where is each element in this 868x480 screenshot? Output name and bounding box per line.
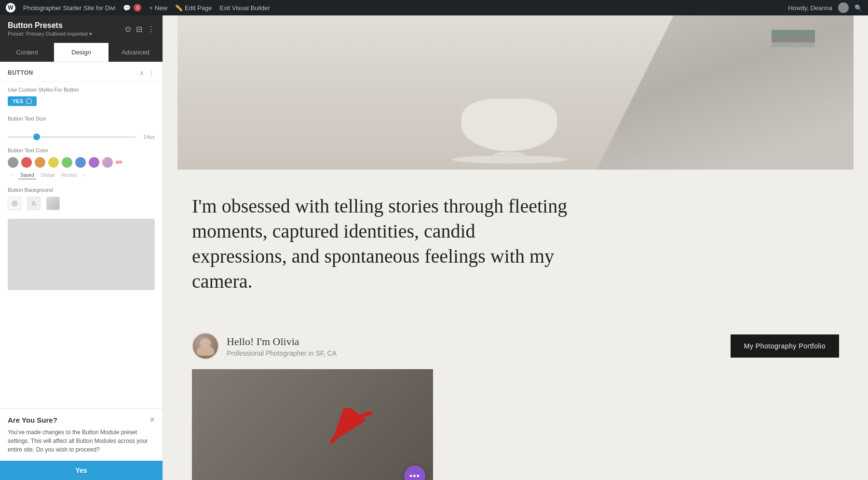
text-size-setting: Button Text Size <box>0 111 163 130</box>
exit-builder-link[interactable]: Exit Visual Builder <box>219 4 270 12</box>
edit-page-link[interactable]: ✏️ Edit Page <box>175 4 212 12</box>
panel-header: Button Presets Preset: Primary Outlined … <box>0 15 163 43</box>
panel-tabs: Content Design Advanced <box>0 43 163 62</box>
author-avatar <box>192 333 219 360</box>
left-panel: Button Presets Preset: Primary Outlined … <box>0 15 163 480</box>
button-preview <box>8 219 155 290</box>
focus-icon[interactable]: ⊙ <box>125 25 131 34</box>
swatch-gray[interactable] <box>8 157 18 168</box>
confirm-close-button[interactable]: × <box>149 415 155 424</box>
tab-design[interactable]: Design <box>54 43 108 62</box>
author-title: Professional Photographer in SF, CA <box>227 349 337 357</box>
swatch-purple[interactable] <box>89 157 99 168</box>
user-avatar <box>838 2 849 13</box>
color-tab-saved[interactable]: ··· <box>8 172 15 179</box>
color-tab-arrow[interactable]: › <box>81 172 87 179</box>
bg-option-color[interactable]: A <box>27 197 41 210</box>
site-title: Photographer Starter Site for Divi <box>23 4 115 12</box>
text-size-value: 14px <box>140 134 155 140</box>
panel-header-icons: ⊙ ⊟ ⋮ <box>125 25 155 34</box>
bottom-section: ••• <box>163 360 868 480</box>
color-tab-saved-label[interactable]: Saved <box>18 172 36 179</box>
custom-styles-label: Use Custom Styles For Button <box>8 87 155 93</box>
toggle-indicator <box>26 98 32 104</box>
main-quote: I'm obsessed with telling stories throug… <box>192 194 568 294</box>
swatch-yellow[interactable] <box>48 157 59 168</box>
custom-styles-toggle[interactable]: YES <box>8 96 37 106</box>
panel-title: Button Presets <box>8 21 92 30</box>
author-info: Hello! I'm Olivia Professional Photograp… <box>192 333 337 360</box>
author-text: Hello! I'm Olivia Professional Photograp… <box>227 335 337 357</box>
wp-logo-icon[interactable] <box>6 3 15 13</box>
text-color-label: Button Text Color <box>8 147 155 153</box>
custom-styles-setting: Use Custom Styles For Button YES <box>0 82 163 111</box>
main-content: I'm obsessed with telling stories throug… <box>163 15 868 480</box>
color-tab-global[interactable]: Global <box>39 172 57 179</box>
text-size-thumb[interactable] <box>33 133 40 140</box>
confirm-dialog: Are You Sure? × You've made changes to t… <box>0 408 163 480</box>
color-swatches: ✏ <box>8 157 155 168</box>
color-pencil-icon[interactable]: ✏ <box>116 157 123 168</box>
confirm-body: You've made changes to the Button Module… <box>0 428 163 461</box>
wp-admin-bar: Photographer Starter Site for Divi 💬 0 +… <box>0 0 868 15</box>
button-section-title: Button <box>8 69 33 76</box>
more-options-icon[interactable]: ⋮ <box>147 25 155 34</box>
hero-image <box>177 15 854 170</box>
swatch-red[interactable] <box>21 157 32 168</box>
swatch-orange[interactable] <box>35 157 45 168</box>
swatch-blue[interactable] <box>75 157 86 168</box>
button-background-label: Button Background <box>8 187 155 193</box>
confirm-title: Are You Sure? <box>8 416 57 424</box>
color-tab-row: ··· Saved Global Recent › <box>8 172 155 179</box>
swatch-green[interactable] <box>62 157 72 168</box>
author-row: Hello! I'm Olivia Professional Photograp… <box>163 333 868 360</box>
color-picker-icon[interactable] <box>102 157 113 168</box>
confirm-yes-button[interactable]: Yes <box>0 461 163 480</box>
text-size-label: Button Text Size <box>8 116 155 121</box>
main-text-section: I'm obsessed with telling stories throug… <box>163 170 597 333</box>
text-size-track[interactable] <box>8 136 136 138</box>
bg-option-none[interactable]: ⊗ <box>8 197 21 210</box>
search-icon[interactable]: 🔍 <box>854 4 862 12</box>
section-collapse-icon[interactable]: ∧ <box>139 69 144 77</box>
red-arrow <box>308 408 375 453</box>
text-size-slider-row: 14px <box>0 130 163 144</box>
columns-icon[interactable]: ⊟ <box>136 25 142 34</box>
color-tab-recent[interactable]: Recent <box>60 172 79 179</box>
confirm-dialog-header: Are You Sure? × <box>0 409 163 428</box>
section-more-icon[interactable]: ⋮ <box>148 69 155 77</box>
comment-count: 0 <box>134 4 141 12</box>
button-background-setting: Button Background ⊗ A <box>0 183 163 214</box>
site-title-link[interactable]: Photographer Starter Site for Divi <box>23 4 115 12</box>
button-section-header: Button ∧ ⋮ <box>0 62 163 82</box>
tab-content[interactable]: Content <box>0 43 54 62</box>
author-name: Hello! I'm Olivia <box>227 335 337 348</box>
howdy-text: Howdy, Deanna <box>788 4 832 12</box>
panel-preset-subtitle[interactable]: Preset: Primary Outlined imported ▾ <box>8 31 92 37</box>
fab-dots-icon: ••• <box>409 471 420 480</box>
text-color-setting: Button Text Color ✏ ··· Saved Global Rec… <box>0 144 163 183</box>
button-background-options: ⊗ A <box>8 197 155 210</box>
new-link[interactable]: + New <box>149 4 167 12</box>
tab-advanced[interactable]: Advanced <box>108 43 163 62</box>
portfolio-button[interactable]: My Photography Portfolio <box>731 334 839 358</box>
bg-option-gradient[interactable] <box>46 197 60 210</box>
